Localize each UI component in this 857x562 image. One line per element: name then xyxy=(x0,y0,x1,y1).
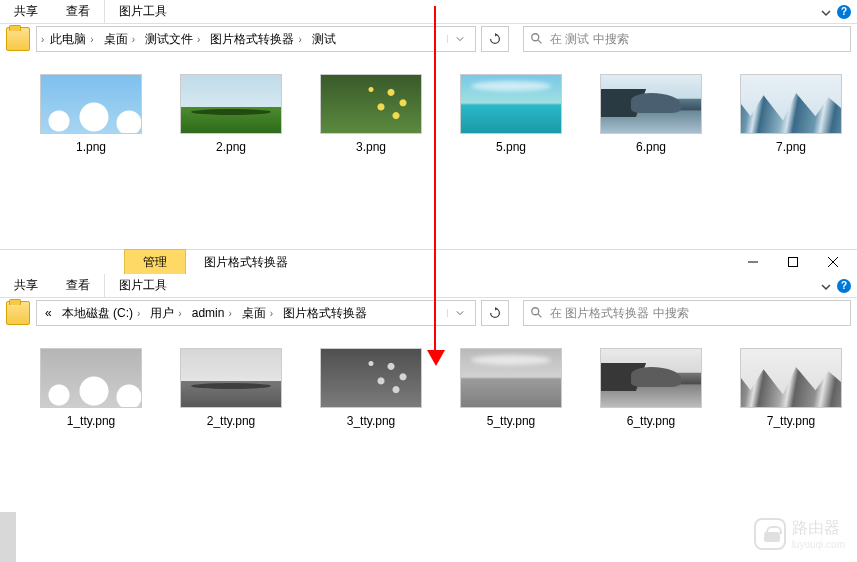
thumbnail xyxy=(180,74,282,134)
thumbnail xyxy=(180,348,282,408)
contextual-tab-manage[interactable]: 管理 xyxy=(124,249,186,275)
breadcrumb-segment[interactable]: 本地磁盘 (C:)› xyxy=(58,303,145,324)
breadcrumb-segment[interactable]: 测试文件› xyxy=(141,29,204,50)
file-name: 6_tty.png xyxy=(627,414,675,428)
breadcrumb-segment[interactable]: 桌面› xyxy=(238,303,277,324)
thumbnail xyxy=(460,74,562,134)
destination-window: 管理 图片格式转换器 共享 查看 图片工具 ? « 本地磁盘 (C:)› 用户›… xyxy=(0,250,857,562)
svg-point-6 xyxy=(532,308,539,315)
breadcrumb[interactable]: › 此电脑› 桌面› 测试文件› 图片格式转换器› 测试 xyxy=(36,26,476,52)
thumbnail xyxy=(320,348,422,408)
watermark: 路由器 luyouqi.com xyxy=(754,518,845,550)
file-name: 3.png xyxy=(356,140,386,154)
thumbnail xyxy=(740,74,842,134)
chevron-down-icon[interactable] xyxy=(821,281,831,291)
title-bar: 管理 图片格式转换器 xyxy=(0,250,857,274)
search-placeholder: 在 图片格式转换器 中搜索 xyxy=(550,305,689,322)
breadcrumb-segment[interactable]: 用户› xyxy=(146,303,185,324)
ribbon-tab-view[interactable]: 查看 xyxy=(52,0,104,23)
ribbon-tab-view[interactable]: 查看 xyxy=(52,274,104,297)
thumbnail xyxy=(320,74,422,134)
chevron-right-icon: › xyxy=(41,34,44,45)
thumbnail xyxy=(460,348,562,408)
file-item[interactable]: 5_tty.png xyxy=(460,348,562,428)
file-item[interactable]: 6.png xyxy=(600,74,702,154)
file-item[interactable]: 5.png xyxy=(460,74,562,154)
ribbon-tab-share[interactable]: 共享 xyxy=(0,274,52,297)
file-name: 6.png xyxy=(636,140,666,154)
breadcrumb-segment[interactable]: 图片格式转换器 xyxy=(279,303,371,324)
file-name: 3_tty.png xyxy=(347,414,395,428)
breadcrumb[interactable]: « 本地磁盘 (C:)› 用户› admin› 桌面› 图片格式转换器 xyxy=(36,300,476,326)
watermark-text: 路由器 xyxy=(792,518,845,539)
source-window: 共享 查看 图片工具 ? › 此电脑› 桌面› 测试文件› 图片格式转换器› 测… xyxy=(0,0,857,250)
thumbnail xyxy=(740,348,842,408)
router-icon xyxy=(754,518,786,550)
chevron-down-icon[interactable] xyxy=(821,7,831,17)
file-item[interactable]: 1.png xyxy=(40,74,142,154)
close-button[interactable] xyxy=(813,250,853,274)
address-bar: › 此电脑› 桌面› 测试文件› 图片格式转换器› 测试 在 测试 中搜索 xyxy=(0,24,857,54)
breadcrumb-segment[interactable]: 测试 xyxy=(308,29,340,50)
search-icon xyxy=(530,32,544,46)
file-item[interactable]: 1_tty.png xyxy=(40,348,142,428)
search-icon xyxy=(530,306,544,320)
thumbnail xyxy=(600,348,702,408)
thumbnail xyxy=(600,74,702,134)
window-title: 图片格式转换器 xyxy=(186,250,306,275)
svg-line-7 xyxy=(538,314,542,318)
minimize-button[interactable] xyxy=(733,250,773,274)
thumbnail xyxy=(40,348,142,408)
file-item[interactable]: 7.png xyxy=(740,74,842,154)
maximize-button[interactable] xyxy=(773,250,813,274)
file-name: 5.png xyxy=(496,140,526,154)
search-input[interactable]: 在 图片格式转换器 中搜索 xyxy=(523,300,851,326)
file-item[interactable]: 7_tty.png xyxy=(740,348,842,428)
watermark-subtext: luyouqi.com xyxy=(792,539,845,550)
file-item[interactable]: 6_tty.png xyxy=(600,348,702,428)
ribbon-tabs: 共享 查看 图片工具 ? xyxy=(0,0,857,24)
refresh-button[interactable] xyxy=(481,300,509,326)
folder-icon xyxy=(6,301,30,325)
file-name: 7.png xyxy=(776,140,806,154)
scrollbar[interactable] xyxy=(0,512,16,562)
file-name: 1.png xyxy=(76,140,106,154)
thumbnail xyxy=(40,74,142,134)
svg-point-0 xyxy=(532,34,539,41)
folder-icon xyxy=(6,27,30,51)
breadcrumb-segment[interactable]: 此电脑› xyxy=(46,29,97,50)
breadcrumb-overflow[interactable]: « xyxy=(41,304,56,322)
ribbon-tabs: 共享 查看 图片工具 ? xyxy=(0,274,857,298)
ribbon-tab-picture-tools[interactable]: 图片工具 xyxy=(104,0,181,23)
file-item[interactable]: 3_tty.png xyxy=(320,348,422,428)
breadcrumb-segment[interactable]: 图片格式转换器› xyxy=(206,29,305,50)
file-name: 2.png xyxy=(216,140,246,154)
breadcrumb-segment[interactable]: admin› xyxy=(188,304,236,322)
breadcrumb-segment[interactable]: 桌面› xyxy=(100,29,139,50)
file-item[interactable]: 2_tty.png xyxy=(180,348,282,428)
file-name: 5_tty.png xyxy=(487,414,535,428)
annotation-arrow xyxy=(434,6,436,358)
help-icon[interactable]: ? xyxy=(837,279,851,293)
ribbon-tab-picture-tools[interactable]: 图片工具 xyxy=(104,274,181,297)
search-input[interactable]: 在 测试 中搜索 xyxy=(523,26,851,52)
file-grid: 1_tty.png 2_tty.png 3_tty.png 5_tty.png … xyxy=(0,328,857,448)
breadcrumb-dropdown[interactable] xyxy=(447,35,471,43)
file-grid: 1.png 2.png 3.png 5.png 6.png 7.png xyxy=(0,54,857,174)
ribbon-tab-share[interactable]: 共享 xyxy=(0,0,52,23)
annotation-arrow-head xyxy=(427,350,445,366)
file-name: 2_tty.png xyxy=(207,414,255,428)
file-name: 1_tty.png xyxy=(67,414,115,428)
file-item[interactable]: 3.png xyxy=(320,74,422,154)
refresh-button[interactable] xyxy=(481,26,509,52)
help-icon[interactable]: ? xyxy=(837,5,851,19)
search-placeholder: 在 测试 中搜索 xyxy=(550,31,629,48)
file-item[interactable]: 2.png xyxy=(180,74,282,154)
address-bar: « 本地磁盘 (C:)› 用户› admin› 桌面› 图片格式转换器 在 图片… xyxy=(0,298,857,328)
svg-line-1 xyxy=(538,40,542,44)
file-name: 7_tty.png xyxy=(767,414,815,428)
svg-rect-3 xyxy=(789,258,798,267)
breadcrumb-dropdown[interactable] xyxy=(447,309,471,317)
